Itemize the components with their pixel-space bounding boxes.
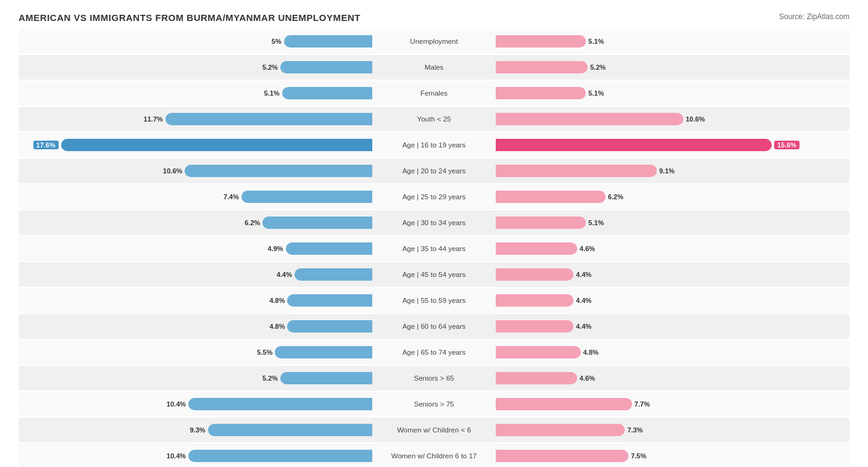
bar-american — [280, 61, 372, 73]
value-immigrant: 5.2% — [590, 64, 606, 71]
left-section: 10.4% — [19, 447, 372, 465]
bar-immigrant — [496, 35, 586, 48]
value-american: 6.2% — [244, 219, 260, 226]
bar-american — [275, 346, 372, 358]
value-american: 10.4% — [167, 400, 186, 408]
row-label: Age | 55 to 59 years — [372, 297, 496, 304]
left-section: 5.5% — [19, 343, 372, 362]
bar-american — [286, 242, 372, 255]
bar-immigrant — [496, 372, 577, 384]
bars-area: 11.7%Youth < 2510.6% — [19, 109, 849, 130]
value-american: 4.8% — [269, 297, 285, 304]
left-section: 9.3% — [19, 421, 372, 439]
bars-area: 5.1%Females5.1% — [19, 83, 849, 104]
value-american: 10.6% — [163, 167, 182, 175]
value-american: 5.2% — [262, 64, 278, 71]
chart-row: 4.4%Age | 45 to 54 years4.4% — [19, 262, 849, 287]
right-section: 4.4% — [496, 265, 849, 284]
bars-area: 17.6%Age | 16 to 19 years15.6% — [19, 134, 849, 155]
left-section: 5.2% — [19, 369, 372, 387]
row-label: Age | 16 to 19 years — [372, 141, 496, 149]
value-american: 7.4% — [223, 193, 239, 200]
bar-immigrant — [496, 87, 586, 99]
chart-row: 10.4%Seniors > 757.7% — [19, 392, 849, 416]
row-label: Males — [372, 64, 496, 71]
chart-row: 4.8%Age | 55 to 59 years4.4% — [19, 288, 849, 313]
bar-american — [185, 165, 372, 177]
value-immigrant: 7.3% — [627, 426, 643, 434]
chart-row: 5.2%Males5.2% — [19, 55, 849, 80]
right-section: 4.6% — [496, 369, 849, 387]
bar-american — [262, 217, 372, 229]
value-immigrant: 4.4% — [576, 271, 591, 278]
bar-immigrant — [496, 294, 574, 307]
right-section: 7.5% — [496, 447, 849, 465]
value-american: 4.4% — [277, 271, 292, 278]
chart-row: 11.7%Youth < 2510.6% — [19, 107, 849, 131]
right-section: 9.1% — [496, 162, 849, 180]
value-immigrant: 10.6% — [686, 115, 705, 123]
right-section: 15.6% — [496, 136, 849, 154]
left-section: 5.2% — [19, 58, 372, 76]
value-immigrant: 4.6% — [580, 245, 595, 252]
bars-area: 5.2%Seniors > 654.6% — [19, 368, 849, 389]
bar-immigrant — [496, 268, 574, 281]
right-section: 5.1% — [496, 213, 849, 232]
bar-american — [188, 450, 372, 462]
bars-area: 10.6%Age | 20 to 24 years9.1% — [19, 160, 849, 181]
bar-immigrant — [496, 165, 657, 177]
right-section: 7.3% — [496, 421, 849, 439]
bars-area: 10.4%Women w/ Children 6 to 177.5% — [19, 445, 849, 466]
right-section: 4.4% — [496, 317, 849, 336]
row-label: Youth < 25 — [372, 115, 496, 123]
value-american: 5.1% — [264, 89, 280, 97]
right-section: 5.2% — [496, 58, 849, 76]
row-label: Age | 20 to 24 years — [372, 167, 496, 175]
chart-row: 5%Unemployment5.1% — [19, 29, 849, 54]
bars-area: 7.4%Age | 25 to 29 years6.2% — [19, 186, 849, 207]
right-section: 5.1% — [496, 84, 849, 102]
bar-immigrant — [496, 424, 625, 436]
value-american: 4.9% — [268, 245, 283, 252]
value-american: 9.3% — [190, 426, 205, 434]
bar-immigrant — [496, 346, 581, 358]
value-immigrant: 4.4% — [576, 297, 591, 304]
value-immigrant: 4.8% — [583, 349, 599, 356]
value-immigrant: 4.4% — [576, 323, 591, 330]
chart-row: 5.1%Females5.1% — [19, 81, 849, 105]
value-immigrant: 5.1% — [588, 219, 604, 226]
bar-american — [165, 113, 372, 125]
bars-area: 5%Unemployment5.1% — [19, 31, 849, 52]
left-section: 5.1% — [19, 84, 372, 102]
right-section: 4.6% — [496, 239, 849, 258]
value-american: 11.7% — [144, 115, 163, 123]
chart-header: AMERICAN VS IMMIGRANTS FROM BURMA/MYANMA… — [19, 12, 849, 23]
chart-row: 6.2%Age | 30 to 34 years5.1% — [19, 210, 849, 235]
bar-american — [188, 398, 372, 410]
bar-immigrant — [496, 398, 632, 410]
right-section: 6.2% — [496, 188, 849, 206]
chart-title: AMERICAN VS IMMIGRANTS FROM BURMA/MYANMA… — [19, 12, 361, 23]
bar-immigrant — [496, 191, 606, 203]
bar-immigrant — [496, 450, 628, 462]
bar-immigrant — [496, 139, 772, 151]
chart-row: 5.5%Age | 65 to 74 years4.8% — [19, 340, 849, 365]
row-label: Age | 25 to 29 years — [372, 193, 496, 200]
chart-row: 17.6%Age | 16 to 19 years15.6% — [19, 133, 849, 157]
chart-row: 7.4%Age | 25 to 29 years6.2% — [19, 184, 849, 209]
left-section: 6.2% — [19, 213, 372, 232]
bar-american — [282, 87, 372, 99]
row-label: Seniors > 65 — [372, 374, 496, 382]
left-section: 5% — [19, 32, 372, 51]
value-american: 5% — [272, 38, 282, 45]
bar-immigrant — [496, 242, 577, 255]
bars-area: 4.9%Age | 35 to 44 years4.6% — [19, 238, 849, 259]
bar-immigrant — [496, 217, 586, 229]
left-section: 4.4% — [19, 265, 372, 284]
left-section: 7.4% — [19, 188, 372, 206]
value-immigrant: 5.1% — [588, 89, 604, 97]
row-label: Age | 45 to 54 years — [372, 271, 496, 278]
value-american: 17.6% — [33, 141, 59, 149]
bars-area: 9.3%Women w/ Children < 67.3% — [19, 419, 849, 440]
bar-american — [294, 268, 372, 281]
